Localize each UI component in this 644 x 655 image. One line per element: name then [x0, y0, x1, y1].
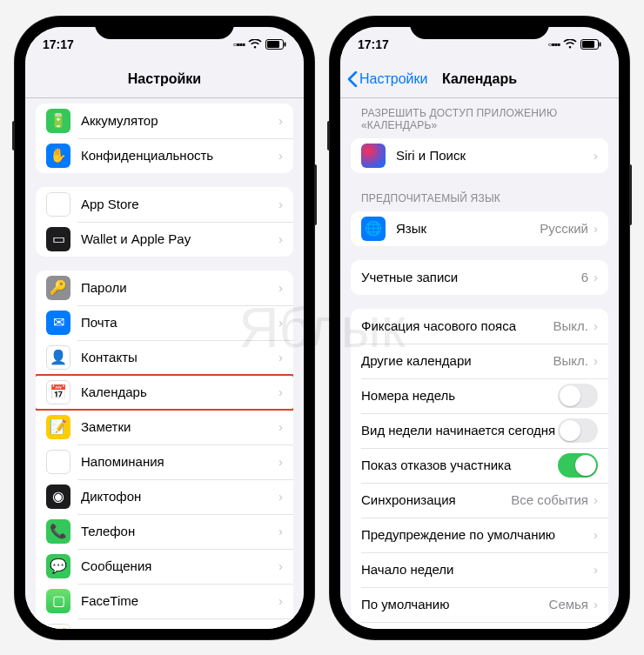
status-icons: ▫▪▪▪: [233, 38, 286, 50]
chevron-right-icon: ›: [278, 524, 283, 538]
settings-row[interactable]: 🔑Пароли›: [36, 271, 293, 305]
settings-row[interactable]: По умолчаниюСемья›: [351, 587, 608, 622]
row-label: Телефон: [81, 524, 278, 538]
toggle[interactable]: [558, 418, 598, 443]
row-label: Язык: [396, 221, 540, 236]
svg-rect-2: [285, 42, 286, 46]
page-title: Календарь: [442, 71, 517, 87]
chevron-right-icon: ›: [594, 318, 598, 333]
chevron-right-icon: ›: [278, 113, 283, 128]
notch: [95, 17, 234, 39]
chevron-right-icon: ›: [278, 148, 283, 163]
row-value: Все события: [511, 492, 588, 507]
row-language[interactable]: 🌐 Язык Русский ›: [351, 211, 608, 246]
settings-row[interactable]: 🔋Аккумулятор›: [36, 104, 293, 138]
settings-row[interactable]: ▢FaceTime›: [36, 584, 293, 618]
settings-row[interactable]: 📝Заметки›: [36, 410, 293, 444]
row-label: Сообщения: [81, 558, 278, 573]
navbar: Настройки: [25, 62, 304, 98]
row-accounts[interactable]: Учетные записи 6 ›: [351, 260, 608, 295]
clock: 17:17: [358, 37, 389, 51]
row-label: Контакты: [81, 350, 278, 364]
section-header-access: РАЗРЕШИТЬ ДОСТУП ПРИЛОЖЕНИЮ «КАЛЕНДАРЬ»: [340, 102, 619, 137]
settings-row[interactable]: ▭Wallet и Apple Pay›: [36, 222, 293, 257]
chevron-right-icon: ›: [278, 384, 283, 399]
calendar-icon: 📅: [46, 380, 70, 404]
settings-row[interactable]: Фиксация часового поясаВыкл.›: [351, 309, 608, 344]
chevron-right-icon: ›: [594, 492, 598, 507]
svg-rect-1: [267, 41, 279, 48]
row-value: Семья: [549, 597, 588, 612]
contacts-icon: 👤: [46, 345, 70, 370]
phone-right: 17:17 ▫▪▪▪ Настройки Календарь РАЗРЕШИТЬ…: [330, 17, 629, 639]
calendar-settings[interactable]: РАЗРЕШИТЬ ДОСТУП ПРИЛОЖЕНИЮ «КАЛЕНДАРЬ» …: [340, 98, 619, 629]
row-label: Учетные записи: [361, 270, 581, 284]
settings-list[interactable]: 🔋Аккумулятор›✋Конфиденциальность› AApp S…: [25, 98, 304, 629]
row-label: Номера недель: [361, 388, 558, 403]
chevron-right-icon: ›: [594, 353, 598, 368]
settings-row[interactable]: Делегирование календарей›: [351, 622, 608, 629]
chevron-right-icon: ›: [594, 597, 598, 612]
facetime-icon: ▢: [46, 589, 70, 613]
row-label: App Store: [81, 197, 278, 211]
row-label: По умолчанию: [361, 597, 549, 612]
screen-right: 17:17 ▫▪▪▪ Настройки Календарь РАЗРЕШИТЬ…: [340, 27, 619, 629]
settings-row[interactable]: 💬Сообщения›: [36, 549, 293, 584]
chevron-right-icon: ›: [278, 315, 283, 330]
chevron-right-icon: ›: [278, 231, 283, 246]
row-label: Wallet и Apple Pay: [81, 231, 278, 246]
screen-left: 17:17 ▫▪▪▪ Настройки 🔋Аккумулятор›✋Конфи…: [25, 27, 304, 629]
row-label: Safari: [81, 628, 278, 629]
row-label: Siri и Поиск: [396, 148, 594, 163]
settings-row[interactable]: AApp Store›: [36, 187, 293, 222]
cellular-icon: ▫▪▪▪: [548, 38, 560, 50]
appstore-icon: A: [46, 192, 70, 217]
settings-row[interactable]: Начало недели›: [351, 552, 608, 587]
settings-row[interactable]: 🧭Safari›: [36, 618, 293, 629]
settings-row[interactable]: Другие календариВыкл.›: [351, 344, 608, 378]
chevron-right-icon: ›: [594, 527, 598, 542]
notch: [410, 17, 549, 39]
chevron-right-icon: ›: [278, 280, 283, 295]
phone-icon: 📞: [46, 519, 70, 544]
safari-icon: 🧭: [46, 624, 70, 629]
chevron-right-icon: ›: [278, 558, 283, 573]
settings-row[interactable]: 📅Календарь›: [36, 375, 293, 410]
clock: 17:17: [43, 37, 74, 51]
row-label: Заметки: [81, 419, 278, 434]
chevron-right-icon: ›: [594, 148, 598, 163]
settings-row[interactable]: СинхронизацияВсе события›: [351, 483, 608, 518]
settings-row[interactable]: 📞Телефон›: [36, 514, 293, 549]
settings-row[interactable]: ✉Почта›: [36, 305, 293, 340]
row-label: Начало недели: [361, 562, 594, 577]
svg-rect-5: [600, 42, 601, 46]
siri-icon: [361, 144, 386, 168]
voicememo-icon: ◉: [46, 485, 70, 509]
battery-icon: 🔋: [46, 109, 70, 133]
chevron-right-icon: ›: [594, 221, 598, 236]
settings-row[interactable]: Показ отказов участника: [351, 448, 608, 483]
settings-row[interactable]: 👤Контакты›: [36, 340, 293, 375]
row-label: Почта: [81, 315, 278, 330]
settings-row[interactable]: Предупреждение по умолчанию›: [351, 518, 608, 552]
chevron-right-icon: ›: [594, 562, 598, 577]
settings-row[interactable]: ⋮≡Напоминания›: [36, 444, 293, 479]
settings-row[interactable]: ◉Диктофон›: [36, 479, 293, 514]
settings-row[interactable]: Номера недель: [351, 378, 608, 413]
wifi-icon: [248, 39, 262, 50]
notes-icon: 📝: [46, 415, 70, 439]
row-value: Русский: [540, 221, 588, 236]
settings-row[interactable]: ✋Конфиденциальность›: [36, 138, 293, 173]
row-siri[interactable]: Siri и Поиск ›: [351, 138, 608, 173]
row-label: Диктофон: [81, 489, 278, 504]
mail-icon: ✉: [46, 311, 70, 335]
globe-icon: 🌐: [361, 217, 386, 241]
toggle[interactable]: [558, 384, 598, 408]
toggle[interactable]: [558, 453, 598, 478]
chevron-right-icon: ›: [278, 489, 283, 504]
back-label: Настройки: [359, 71, 427, 87]
back-button[interactable]: Настройки: [347, 71, 427, 87]
chevron-right-icon: ›: [278, 419, 283, 434]
settings-row[interactable]: Вид недели начинается сегодня: [351, 413, 608, 448]
battery-icon: [265, 39, 286, 50]
